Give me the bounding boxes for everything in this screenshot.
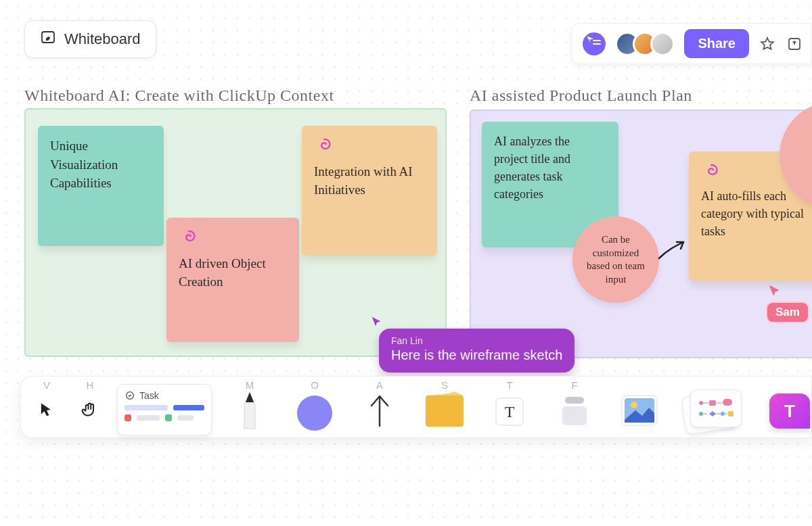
svg-rect-7: [565, 397, 584, 404]
section-title-right: AI assisted Product Launch Plan: [470, 87, 692, 105]
collaborator-avatars[interactable]: [615, 32, 675, 56]
sticky-note[interactable]: AI driven Object Creation: [166, 218, 299, 342]
share-button[interactable]: Share: [684, 29, 749, 58]
tool-frame[interactable]: F: [542, 377, 607, 437]
arrow-up-icon: [365, 392, 394, 429]
svg-point-16: [721, 412, 725, 416]
circle-note[interactable]: Can be customized based on team input: [572, 216, 659, 303]
sticky-note[interactable]: Unique Visualization Capabilities: [38, 126, 164, 246]
bottom-toolbar: V H Task M: [20, 376, 812, 438]
ai-swirl-icon: [701, 162, 721, 183]
tool-image[interactable]: [607, 377, 672, 437]
sticky-text: Integration with AI Initiatives: [314, 164, 413, 197]
export-icon[interactable]: [786, 35, 803, 53]
tool-key: F: [571, 379, 577, 391]
comment-bubble[interactable]: Fan Lin Here is the wireframe sketch: [379, 329, 574, 373]
tool-pen[interactable]: M: [217, 377, 282, 437]
whiteboard-label: Whiteboard: [64, 30, 141, 48]
top-toolbar: Share: [571, 23, 812, 64]
sticky-text: Unique Visualization Capabilities: [50, 139, 118, 190]
collab-cursor-chip[interactable]: [583, 32, 606, 55]
remote-cursor-sam: [767, 284, 782, 302]
tool-templates[interactable]: [672, 377, 753, 437]
sticky-note[interactable]: Integration with AI Initiatives: [302, 126, 437, 256]
check-circle-icon: [125, 390, 135, 401]
sticky-text: AI analyzes the project title and genera…: [494, 135, 570, 201]
avatar[interactable]: [650, 32, 675, 56]
svg-rect-17: [728, 411, 734, 416]
tool-hand[interactable]: H: [68, 377, 112, 437]
tool-task-card[interactable]: Task: [112, 377, 217, 437]
tool-shape[interactable]: O: [282, 377, 347, 437]
svg-rect-13: [709, 400, 716, 406]
text-icon: T: [492, 393, 527, 428]
ai-pill-icon: T: [769, 393, 810, 429]
svg-rect-14: [723, 399, 732, 406]
tool-key: H: [87, 379, 94, 391]
tool-key: O: [311, 379, 319, 391]
comment-author: Fan Lin: [391, 335, 562, 346]
favorite-star-icon[interactable]: [759, 35, 776, 53]
svg-point-3: [297, 396, 332, 431]
tool-key: M: [246, 379, 254, 391]
remote-label-sam: Sam: [766, 302, 809, 323]
whiteboard-mode-button[interactable]: Whiteboard: [24, 20, 156, 58]
pen-icon: [238, 391, 261, 430]
ai-swirl-icon: [179, 229, 199, 249]
svg-point-12: [699, 401, 703, 405]
image-icon: [619, 393, 660, 428]
comment-cursor-icon: [369, 315, 384, 333]
hand-icon: [80, 400, 100, 421]
tool-connector[interactable]: A: [347, 377, 412, 437]
tool-key: V: [43, 379, 50, 391]
tool-ai[interactable]: T: [753, 377, 807, 437]
svg-point-15: [699, 412, 703, 416]
tool-sticky[interactable]: S: [412, 377, 477, 437]
section-title-left: Whiteboard AI: Create with ClickUp Conte…: [24, 87, 334, 105]
svg-rect-8: [562, 406, 587, 425]
ai-swirl-icon: [314, 137, 334, 157]
comment-message: Here is the wireframe sketch: [391, 348, 562, 363]
sticky-text: AI auto-fills each category with typical…: [701, 189, 804, 238]
tool-text[interactable]: T T: [477, 377, 542, 437]
svg-rect-4: [426, 396, 464, 427]
sticky-text: AI driven Object Creation: [179, 256, 266, 289]
shape-circle-icon: [294, 390, 335, 431]
task-tool-label: Task: [139, 390, 159, 401]
frame-icon: [558, 393, 591, 428]
svg-point-11: [631, 402, 637, 408]
flowchart-icon: [696, 396, 736, 421]
tool-key: S: [441, 379, 448, 391]
tool-select[interactable]: V: [25, 377, 68, 437]
tool-key: A: [376, 379, 383, 391]
svg-text:T: T: [505, 403, 515, 421]
connector-arrow[interactable]: [656, 237, 690, 266]
circle-note-text: Can be customized based on team input: [581, 233, 651, 286]
sticky-note-icon: [423, 391, 466, 429]
pointer-icon: [37, 401, 56, 420]
edit-board-icon: [40, 29, 56, 49]
tool-key: T: [506, 379, 512, 391]
